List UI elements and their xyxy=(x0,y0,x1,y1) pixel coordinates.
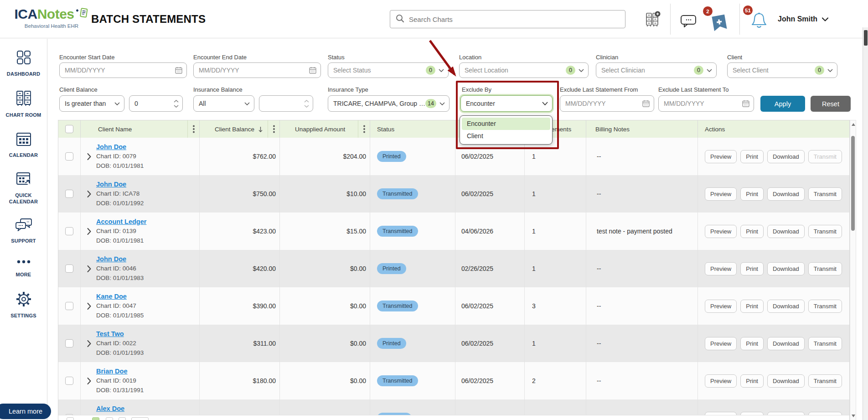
exclude-to-date-field[interactable] xyxy=(659,100,742,107)
insurance-balance-operator-select[interactable]: All xyxy=(193,95,254,112)
sidebar-item-dashboard[interactable]: DASHBOARD xyxy=(1,49,46,78)
client-balance-operator-select[interactable]: Is greater than xyxy=(59,95,124,112)
transmit-button[interactable]: Transmit xyxy=(808,150,842,163)
file-cabinet-add-icon[interactable] xyxy=(644,11,661,30)
row-checkbox[interactable] xyxy=(65,227,73,235)
row-checkbox[interactable] xyxy=(65,377,73,385)
table-scrollbar-thumb[interactable] xyxy=(851,136,855,231)
download-button[interactable]: Download xyxy=(767,300,805,313)
row-checkbox[interactable] xyxy=(65,339,73,347)
insurance-balance-amount-field[interactable] xyxy=(259,100,304,107)
client-name-link[interactable]: Account Ledger xyxy=(96,217,146,227)
number-stepper[interactable] xyxy=(174,100,179,108)
download-button[interactable]: Download xyxy=(767,262,805,275)
chat-bubble-icon[interactable] xyxy=(680,15,698,30)
dropdown-option-client[interactable]: Client xyxy=(462,130,550,142)
location-select[interactable]: Select Location 0 xyxy=(459,62,589,78)
encounter-start-date-field[interactable] xyxy=(60,67,175,74)
preview-button[interactable]: Preview xyxy=(705,337,737,350)
encounter-end-date-field[interactable] xyxy=(194,67,309,74)
print-button[interactable]: Print xyxy=(740,225,764,238)
transmit-button[interactable]: Transmit xyxy=(808,337,842,350)
clinician-select[interactable]: Select Clinician 0 xyxy=(596,62,717,78)
sort-descending-icon[interactable] xyxy=(258,126,263,132)
client-balance-amount-input[interactable] xyxy=(129,95,183,112)
client-name-link[interactable]: Test Two xyxy=(96,329,144,339)
expand-chevron-icon[interactable] xyxy=(87,340,91,347)
preview-button[interactable]: Preview xyxy=(705,187,737,201)
column-menu-icon[interactable] xyxy=(268,120,279,138)
status-select[interactable]: Select Status 0 xyxy=(328,62,449,78)
dropdown-option-encounter[interactable]: Encounter xyxy=(462,118,550,130)
footer-control[interactable] xyxy=(67,417,74,420)
print-button[interactable]: Print xyxy=(740,300,764,313)
client-name-link[interactable]: Alex Doe xyxy=(96,404,124,414)
footer-control[interactable] xyxy=(92,417,99,420)
encounter-start-date-input[interactable] xyxy=(59,62,187,78)
exclude-from-date-field[interactable] xyxy=(560,100,642,107)
column-menu-icon[interactable] xyxy=(187,120,199,138)
client-name-link[interactable]: Kane Doe xyxy=(96,292,144,301)
download-button[interactable]: Download xyxy=(767,225,805,238)
insurance-type-select[interactable]: TRICARE, CHAMPVA, Group H... 14 xyxy=(328,95,450,112)
sidebar-item-chart-room[interactable]: CHART ROOM xyxy=(1,90,46,119)
sidebar-item-calendar[interactable]: CALENDAR xyxy=(1,131,46,159)
insurance-balance-amount-input[interactable] xyxy=(259,95,313,112)
print-button[interactable]: Print xyxy=(740,374,764,388)
scroll-up-arrow[interactable] xyxy=(852,123,855,126)
sidebar-item-settings[interactable]: SETTINGS xyxy=(1,290,46,319)
transmit-button[interactable]: Transmit xyxy=(808,262,842,275)
page-scrollbar-thumb[interactable] xyxy=(864,30,868,46)
row-checkbox[interactable] xyxy=(65,264,73,273)
client-name-link[interactable]: Brian Doe xyxy=(96,367,144,376)
user-menu[interactable]: John Smith xyxy=(778,0,828,38)
learn-more-button[interactable]: Learn more xyxy=(0,404,51,419)
row-checkbox[interactable] xyxy=(65,190,73,198)
expand-chevron-icon[interactable] xyxy=(87,228,91,235)
transmit-button[interactable]: Transmit xyxy=(808,300,842,313)
footer-control[interactable] xyxy=(131,417,149,420)
download-button[interactable]: Download xyxy=(767,150,805,163)
exclude-by-select[interactable]: Encounter xyxy=(460,95,553,112)
sidebar-item-more[interactable]: MORE xyxy=(1,257,46,278)
download-button[interactable]: Download xyxy=(767,374,805,388)
transmit-button[interactable]: Transmit xyxy=(808,225,842,238)
transmit-button[interactable]: Transmit xyxy=(808,187,842,201)
download-button[interactable]: Download xyxy=(767,187,805,201)
number-stepper[interactable] xyxy=(304,100,309,108)
preview-button[interactable]: Preview xyxy=(705,225,737,238)
client-select[interactable]: Select Client 0 xyxy=(727,62,837,78)
expand-chevron-icon[interactable] xyxy=(87,378,91,384)
exclude-to-date-input[interactable] xyxy=(658,95,754,112)
search-input[interactable] xyxy=(409,16,620,23)
select-all-checkbox[interactable] xyxy=(65,125,73,133)
notification-bell-icon[interactable]: 51 xyxy=(749,11,769,32)
print-button[interactable]: Print xyxy=(740,337,764,350)
reset-button[interactable]: Reset xyxy=(811,96,851,112)
footer-control[interactable] xyxy=(106,417,113,420)
expand-chevron-icon[interactable] xyxy=(87,303,91,310)
footer-control[interactable] xyxy=(119,417,126,420)
exclude-from-date-input[interactable] xyxy=(560,95,654,112)
print-button[interactable]: Print xyxy=(740,150,764,163)
flag-add-icon[interactable]: 2 xyxy=(708,12,730,35)
preview-button[interactable]: Preview xyxy=(705,262,737,275)
transmit-button[interactable]: Transmit xyxy=(808,374,842,388)
preview-button[interactable]: Preview xyxy=(705,374,737,388)
row-checkbox[interactable] xyxy=(65,302,73,310)
client-name-link[interactable]: John Doe xyxy=(96,180,144,189)
preview-button[interactable]: Preview xyxy=(705,150,737,163)
expand-chevron-icon[interactable] xyxy=(87,191,91,197)
encounter-end-date-input[interactable] xyxy=(193,62,321,78)
column-menu-icon[interactable] xyxy=(358,120,370,138)
print-button[interactable]: Print xyxy=(740,187,764,201)
preview-button[interactable]: Preview xyxy=(705,300,737,313)
client-name-link[interactable]: John Doe xyxy=(96,254,144,264)
sidebar-item-quick-calendar[interactable]: QUICK CALENDAR xyxy=(1,171,46,206)
print-button[interactable]: Print xyxy=(740,262,764,275)
client-name-link[interactable]: John Doe xyxy=(96,142,144,152)
sidebar-item-support[interactable]: SUPPORT xyxy=(1,218,46,244)
scroll-down-arrow[interactable] xyxy=(852,415,855,417)
apply-button[interactable]: Apply xyxy=(760,96,805,112)
download-button[interactable]: Download xyxy=(767,337,805,350)
